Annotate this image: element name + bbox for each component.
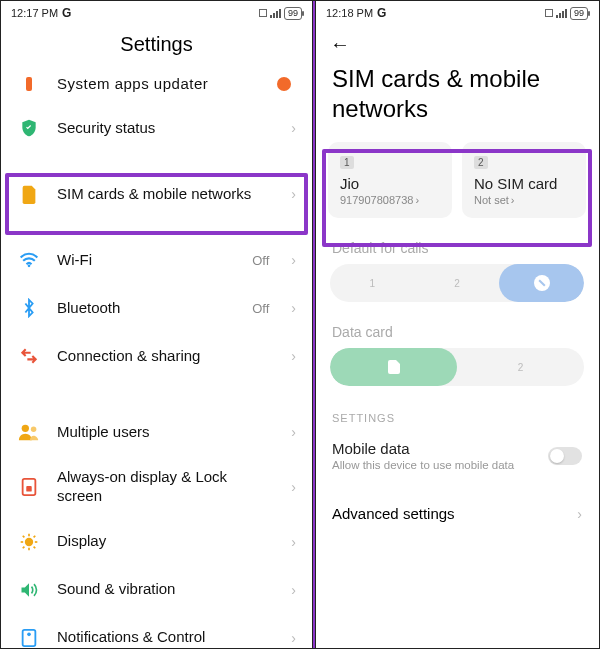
- status-dot-icon: [272, 72, 296, 96]
- chevron-right-icon: ›: [291, 300, 296, 316]
- seg-data-1[interactable]: [330, 348, 457, 386]
- row-label: Notifications & Control: [57, 628, 275, 647]
- row-label: Security status: [57, 119, 275, 138]
- segment-data-card[interactable]: 2: [330, 348, 584, 386]
- chevron-right-icon: ›: [415, 194, 419, 206]
- indicator-icon: [259, 9, 267, 17]
- row-multiple-users[interactable]: Multiple users ›: [1, 408, 312, 456]
- google-icon: G: [377, 6, 386, 20]
- svg-point-15: [27, 632, 31, 636]
- page-title: SIM cards & mobile networks: [316, 56, 598, 142]
- row-label: Always-on display & Lock screen: [57, 468, 275, 506]
- segment-default-calls[interactable]: 1 2: [330, 264, 584, 302]
- row-value: Off: [252, 253, 269, 268]
- chevron-right-icon: ›: [291, 348, 296, 364]
- chevron-right-icon: ›: [291, 252, 296, 268]
- seg-data-2[interactable]: 2: [457, 348, 584, 386]
- mobile-data-title: Mobile data: [332, 440, 538, 457]
- seg-option-1[interactable]: 1: [330, 264, 415, 302]
- wifi-icon: [17, 248, 41, 272]
- row-advanced-settings[interactable]: Advanced settings ›: [316, 489, 598, 538]
- row-notifications[interactable]: Notifications & Control ›: [1, 614, 312, 649]
- svg-point-0: [28, 265, 31, 268]
- chevron-right-icon: ›: [577, 506, 582, 522]
- sim-card-2[interactable]: 2 No SIM card Not set›: [462, 142, 586, 218]
- display-icon: [17, 530, 41, 554]
- row-connection-sharing[interactable]: Connection & sharing ›: [1, 332, 312, 380]
- mobile-data-desc: Allow this device to use mobile data: [332, 459, 538, 471]
- chevron-right-icon: ›: [291, 479, 296, 495]
- svg-rect-14: [23, 629, 36, 645]
- row-label: Multiple users: [57, 423, 275, 442]
- notif-icon: [17, 626, 41, 649]
- seg-option-2[interactable]: 2: [415, 264, 500, 302]
- svg-line-10: [23, 535, 25, 537]
- sim-number: 917907808738: [340, 194, 413, 206]
- svg-line-11: [34, 546, 36, 548]
- section-data-card: Data card: [316, 302, 598, 348]
- svg-line-13: [34, 535, 36, 537]
- sound-icon: [17, 578, 41, 602]
- sim-name: Jio: [340, 175, 440, 192]
- svg-point-1: [22, 425, 29, 432]
- aod-icon: [17, 475, 41, 499]
- back-button[interactable]: ←: [316, 23, 598, 56]
- row-mobile-data[interactable]: Mobile data Allow this device to use mob…: [316, 434, 598, 489]
- page-title: Settings: [1, 23, 312, 72]
- settings-header: SETTINGS: [316, 386, 598, 434]
- sim-icon: [388, 360, 400, 374]
- sim-name: No SIM card: [474, 175, 574, 192]
- google-icon: G: [62, 6, 71, 20]
- row-security-status[interactable]: Security status ›: [1, 104, 312, 152]
- row-sound-vibration[interactable]: Sound & vibration ›: [1, 566, 312, 614]
- svg-line-12: [23, 546, 25, 548]
- row-aod-lock[interactable]: Always-on display & Lock screen ›: [1, 456, 312, 518]
- chevron-right-icon: ›: [291, 424, 296, 440]
- signal-icon: [556, 9, 567, 18]
- battery-icon: 99: [284, 7, 302, 20]
- signal-icon: [270, 9, 281, 18]
- mobile-data-toggle[interactable]: [548, 447, 582, 465]
- bluetooth-icon: [17, 296, 41, 320]
- ask-icon: [534, 275, 550, 291]
- advanced-label: Advanced settings: [332, 505, 455, 522]
- slot-badge: 1: [340, 156, 354, 169]
- row-label: System apps updater: [57, 75, 256, 94]
- sim-card-1[interactable]: 1 Jio 917907808738›: [328, 142, 452, 218]
- svg-point-2: [31, 427, 37, 433]
- row-value: Off: [252, 301, 269, 316]
- chevron-right-icon: ›: [511, 194, 515, 206]
- svg-rect-4: [26, 486, 31, 491]
- battery-icon: 99: [570, 7, 588, 20]
- status-bar: 12:17 PMG 99: [1, 1, 312, 23]
- row-bluetooth[interactable]: Bluetooth Off ›: [1, 284, 312, 332]
- updater-icon: [17, 72, 41, 96]
- chevron-right-icon: ›: [291, 582, 296, 598]
- chevron-right-icon: ›: [291, 630, 296, 646]
- row-display[interactable]: Display ›: [1, 518, 312, 566]
- shield-icon: [17, 116, 41, 140]
- status-time: 12:18 PM: [326, 7, 373, 19]
- row-label: Display: [57, 532, 275, 551]
- sim-sub: Not set: [474, 194, 509, 206]
- chevron-right-icon: ›: [291, 186, 296, 202]
- row-label: Wi-Fi: [57, 251, 236, 270]
- svg-point-5: [25, 537, 33, 545]
- chevron-right-icon: ›: [291, 534, 296, 550]
- row-label: SIM cards & mobile networks: [57, 185, 275, 204]
- users-icon: [17, 420, 41, 444]
- row-label: Sound & vibration: [57, 580, 275, 599]
- row-sim-cards[interactable]: SIM cards & mobile networks ›: [1, 166, 312, 222]
- slot-badge: 2: [474, 156, 488, 169]
- status-bar: 12:18 PMG 99: [316, 1, 598, 23]
- row-system-apps-updater[interactable]: System apps updater: [1, 72, 312, 104]
- share-icon: [17, 344, 41, 368]
- row-label: Connection & sharing: [57, 347, 275, 366]
- row-label: Bluetooth: [57, 299, 236, 318]
- status-time: 12:17 PM: [11, 7, 58, 19]
- chevron-right-icon: ›: [291, 120, 296, 136]
- section-default-calls: Default for calls: [316, 218, 598, 264]
- row-wifi[interactable]: Wi-Fi Off ›: [1, 236, 312, 284]
- seg-option-ask[interactable]: [499, 264, 584, 302]
- indicator-icon: [545, 9, 553, 17]
